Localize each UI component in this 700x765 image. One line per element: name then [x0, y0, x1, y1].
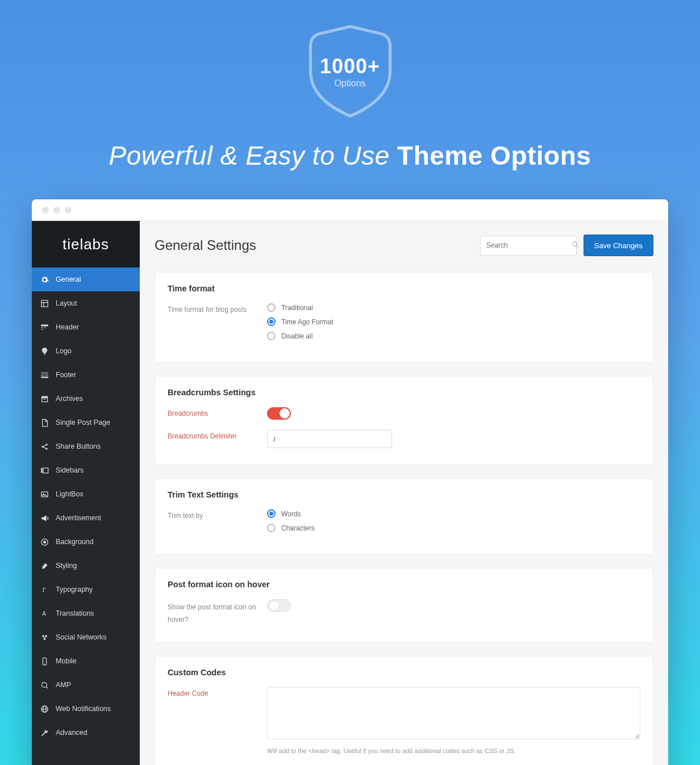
- section-title: Post format icon on hover: [168, 580, 640, 589]
- sidebar-item-label: Single Post Page: [56, 419, 110, 427]
- sidebar-item-label: Translations: [56, 609, 94, 617]
- radio-label: Disable all: [281, 332, 312, 340]
- radio-indicator: [267, 524, 276, 532]
- radio-label: Traditional: [281, 304, 313, 312]
- header-icon: [40, 323, 49, 332]
- shield-badge: 1000+ Options: [301, 22, 400, 121]
- radio-indicator: [267, 332, 276, 340]
- sidebar-item-lightbox[interactable]: LightBox: [32, 482, 140, 506]
- radio-indicator: [267, 303, 276, 312]
- sidebar-item-label: General: [56, 275, 81, 283]
- sidebar-item-logo[interactable]: Logo: [32, 339, 140, 363]
- typography-icon: T: [40, 585, 49, 594]
- svg-rect-19: [41, 468, 43, 473]
- shield-sublabel: Options: [334, 78, 365, 89]
- radio-option[interactable]: Time Ago Format: [267, 317, 640, 326]
- svg-rect-8: [41, 374, 44, 376]
- row-label: Breadcrumbs Delimiter: [168, 430, 267, 440]
- logo-text: tielabs: [63, 236, 109, 253]
- svg-point-29: [43, 638, 45, 640]
- svg-line-18: [43, 447, 46, 449]
- sidebar-item-label: Styling: [56, 562, 77, 570]
- svg-rect-12: [41, 398, 47, 402]
- radio-option[interactable]: Words: [267, 509, 640, 518]
- sidebar-item-social-networks[interactable]: Social Networks: [32, 625, 140, 649]
- traffic-light-dot: [42, 207, 49, 214]
- sidebar-item-label: Footer: [56, 371, 76, 379]
- search-box[interactable]: [480, 236, 577, 256]
- sidebar-item-label: AMP: [56, 681, 71, 689]
- browser-frame: tielabs GeneralLayoutHeaderLogoFooterArc…: [32, 199, 668, 765]
- footer-icon: [40, 370, 49, 379]
- layout-icon: [40, 299, 49, 308]
- page-icon: [40, 418, 49, 427]
- sidebar-item-mobile[interactable]: Mobile: [32, 649, 140, 673]
- sidebar-item-typography[interactable]: TTypography: [32, 578, 140, 601]
- section-custom-codes: Custom Codes Header Code Will add to the…: [155, 656, 653, 765]
- section-trim-text: Trim Text Settings Trim text by WordsCha…: [155, 478, 653, 554]
- sidebar-item-header[interactable]: Header: [32, 315, 140, 339]
- sidebar-item-label: Share Buttons: [56, 442, 101, 450]
- radio-option[interactable]: Disable all: [267, 332, 640, 340]
- row-label: Breadcrumbs: [168, 407, 267, 417]
- svg-rect-9: [45, 374, 48, 376]
- svg-rect-10: [41, 377, 48, 378]
- svg-rect-4: [41, 327, 43, 328]
- row-label: Time format for blog posts: [168, 303, 267, 313]
- radio-label: Time Ago Format: [281, 318, 334, 326]
- svg-rect-6: [41, 329, 43, 330]
- sidebar-item-advanced[interactable]: Advanced: [32, 721, 140, 745]
- svg-text:T: T: [41, 586, 45, 593]
- sidebar-item-label: Layout: [56, 299, 77, 307]
- radio-indicator: [267, 317, 276, 326]
- radio-label: Characters: [281, 524, 315, 532]
- section-title: Trim Text Settings: [168, 490, 640, 499]
- sidebar-item-label: Header: [56, 323, 79, 331]
- svg-rect-5: [44, 327, 46, 328]
- sidebar-item-advertisement[interactable]: Advertisement: [32, 506, 140, 530]
- breadcrumbs-delimiter-input[interactable]: [267, 430, 392, 448]
- post-format-icon-toggle[interactable]: [267, 599, 291, 612]
- svg-point-28: [45, 635, 47, 637]
- content-area: General Settings Save Changes Time forma…: [140, 221, 668, 765]
- radio-option[interactable]: Traditional: [267, 303, 640, 312]
- wrench-icon: [40, 728, 49, 737]
- svg-line-17: [43, 445, 46, 446]
- svg-text:A: A: [42, 611, 46, 617]
- section-title: Breadcrumbs Settings: [168, 388, 640, 397]
- sidebar-item-amp[interactable]: AMP: [32, 673, 140, 697]
- svg-point-34: [41, 682, 47, 687]
- traffic-light-dot: [65, 207, 72, 214]
- svg-point-39: [572, 242, 577, 246]
- sidebar-item-translations[interactable]: ATranslations: [32, 601, 140, 625]
- svg-line-40: [576, 245, 578, 247]
- svg-rect-3: [41, 324, 48, 326]
- sidebar-item-archives[interactable]: Archives: [32, 387, 140, 411]
- breadcrumbs-toggle[interactable]: [267, 407, 291, 420]
- search-input[interactable]: [486, 241, 572, 249]
- page-title: General Settings: [155, 237, 256, 253]
- sidebar-item-styling[interactable]: Styling: [32, 554, 140, 578]
- header-code-textarea[interactable]: [267, 687, 640, 739]
- svg-line-30: [43, 637, 44, 638]
- svg-point-33: [44, 663, 44, 664]
- sidebar-item-label: Logo: [56, 347, 72, 355]
- sidebar-item-layout[interactable]: Layout: [32, 291, 140, 315]
- save-button[interactable]: Save Changes: [584, 235, 653, 256]
- section-time-format: Time format Time format for blog posts T…: [155, 272, 653, 362]
- svg-rect-0: [41, 300, 47, 306]
- sidebar-item-label: Mobile: [56, 657, 77, 665]
- sidebar-item-sidebars[interactable]: Sidebars: [32, 458, 140, 482]
- sidebar-item-general[interactable]: General: [32, 267, 140, 291]
- bulb-icon: [40, 346, 49, 356]
- sidebar-item-single-post-page[interactable]: Single Post Page: [32, 411, 140, 434]
- sidebar-item-footer[interactable]: Footer: [32, 363, 140, 387]
- sidebars-icon: [40, 466, 49, 475]
- sidebar-item-share-buttons[interactable]: Share Buttons: [32, 434, 140, 458]
- radio-option[interactable]: Characters: [267, 524, 640, 532]
- sidebar-item-background[interactable]: Background: [32, 530, 140, 554]
- sidebar-item-web-notifications[interactable]: Web Notifications: [32, 697, 140, 721]
- field-hint: Will add to the <head> tag. Useful if yo…: [267, 747, 640, 754]
- sidebar-item-label: Advertisement: [56, 514, 101, 522]
- tagline-light: Powerful & Easy to Use: [109, 141, 397, 170]
